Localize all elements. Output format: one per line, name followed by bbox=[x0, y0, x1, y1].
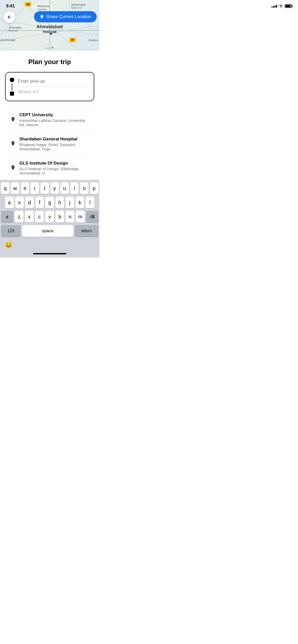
key-s[interactable]: s bbox=[15, 197, 24, 208]
keyboard-bottom-row: 123 space return bbox=[1, 225, 98, 237]
key-p[interactable]: p bbox=[90, 182, 98, 194]
keyboard: q w e r t y u i o p a s d f g h j k l z … bbox=[0, 180, 99, 257]
key-r[interactable]: r bbox=[31, 182, 39, 194]
key-k[interactable]: k bbox=[76, 197, 84, 208]
input-divider bbox=[18, 86, 90, 87]
pickup-input[interactable] bbox=[18, 77, 90, 86]
key-f[interactable]: f bbox=[35, 197, 44, 208]
key-y[interactable]: y bbox=[50, 182, 59, 194]
key-u[interactable]: u bbox=[60, 182, 69, 194]
key-z[interactable]: z bbox=[15, 211, 23, 223]
map-label-viramgam: Viramgamવિરમગામ bbox=[9, 26, 21, 32]
emoji-button[interactable]: 😀 bbox=[4, 240, 14, 250]
key-b[interactable]: b bbox=[56, 211, 64, 223]
key-h[interactable]: h bbox=[56, 197, 64, 208]
key-t[interactable]: t bbox=[40, 182, 49, 194]
destination-icon bbox=[10, 92, 14, 96]
route-icons bbox=[10, 77, 14, 97]
status-time: 9:41 bbox=[6, 4, 15, 9]
suggestion-text-2: GLS Institute Of Design GLS Institute of… bbox=[19, 160, 89, 175]
key-shift[interactable] bbox=[1, 211, 13, 223]
map-label-surendranagar: Surendranagar bbox=[0, 39, 16, 41]
suggestion-item-2[interactable]: GLS Institute Of Design GLS Institute of… bbox=[5, 156, 94, 180]
suggestion-name-1: Shardaben General Hospital bbox=[19, 136, 89, 142]
key-o[interactable]: o bbox=[80, 182, 88, 194]
route-line bbox=[12, 83, 12, 91]
key-j[interactable]: j bbox=[65, 197, 74, 208]
key-a[interactable]: a bbox=[5, 197, 14, 208]
key-return[interactable]: return bbox=[75, 225, 98, 237]
key-c[interactable]: c bbox=[35, 211, 44, 223]
key-g[interactable]: g bbox=[45, 197, 54, 208]
map-label-godhra: Godhra bbox=[88, 39, 98, 42]
suggestion-item-0[interactable]: CEPT University Kasturbhai Lalbhai Campu… bbox=[5, 108, 94, 132]
inputs-fields bbox=[18, 77, 90, 97]
key-w[interactable]: w bbox=[11, 182, 19, 194]
key-n[interactable]: n bbox=[66, 211, 74, 223]
key-m[interactable]: m bbox=[76, 211, 85, 223]
suggestion-item-1[interactable]: Shardaben General Hospital Bhagwati Naga… bbox=[5, 132, 94, 156]
key-x[interactable]: x bbox=[25, 211, 34, 223]
keyboard-row-2: a s d f g h j k l bbox=[1, 197, 98, 208]
key-q[interactable]: q bbox=[1, 182, 9, 194]
keyboard-row-3: z x c v b n m bbox=[1, 211, 98, 223]
pin-icon-2 bbox=[10, 165, 16, 171]
home-indicator bbox=[33, 253, 66, 254]
key-l[interactable]: l bbox=[86, 197, 94, 208]
pickup-icon bbox=[10, 78, 14, 82]
page-title: Plan your trip bbox=[5, 58, 94, 66]
key-d[interactable]: d bbox=[25, 197, 34, 208]
suggestion-name-2: GLS Institute Of Design bbox=[19, 160, 89, 166]
map-label-ahmedabad: Ahmedabad અમદાવાદ bbox=[36, 24, 63, 34]
keyboard-row-1: q w e r t y u i o p bbox=[1, 182, 98, 194]
key-i[interactable]: i bbox=[70, 182, 79, 194]
pin-icon-0 bbox=[10, 117, 16, 122]
trip-input-container bbox=[5, 72, 94, 101]
suggestion-text-1: Shardaben General Hospital Bhagwati Naga… bbox=[19, 136, 89, 151]
key-delete[interactable] bbox=[86, 211, 98, 223]
drag-handle[interactable] bbox=[45, 48, 55, 49]
suggestion-address-1: Bhagwati Nagar, Road, Saraspur, Ahmedaba… bbox=[19, 142, 89, 151]
share-location-button[interactable]: Share Current Location bbox=[34, 11, 97, 22]
suggestion-name-0: CEPT University bbox=[19, 112, 89, 118]
key-e[interactable]: e bbox=[21, 182, 29, 194]
pin-icon-1 bbox=[10, 141, 16, 147]
destination-input[interactable] bbox=[18, 87, 90, 97]
suggestion-list: CEPT University Kasturbhai Lalbhai Campu… bbox=[5, 107, 94, 180]
svg-text:47: 47 bbox=[71, 38, 74, 41]
bottom-sheet: Plan your trip CEPT University Kasturbha… bbox=[0, 51, 99, 180]
key-space[interactable]: space bbox=[22, 225, 73, 237]
suggestion-text-0: CEPT University Kasturbhai Lalbhai Campu… bbox=[19, 112, 89, 127]
suggestion-address-2: GLS Institute of Design, Ellisbridge, Ah… bbox=[19, 167, 89, 175]
key-v[interactable]: v bbox=[45, 211, 54, 223]
suggestion-address-0: Kasturbhai Lalbhai Campus, University Rd… bbox=[19, 118, 89, 127]
status-bar: 9:41 bbox=[0, 0, 99, 10]
key-numbers[interactable]: 123 bbox=[1, 225, 21, 237]
back-button[interactable] bbox=[4, 11, 15, 23]
